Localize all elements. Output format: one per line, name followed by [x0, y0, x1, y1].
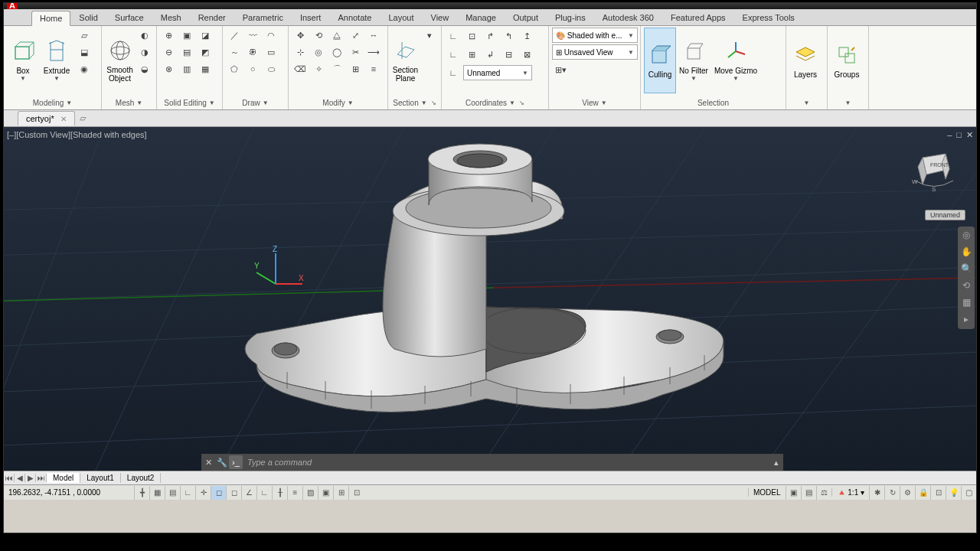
helix-button[interactable]: ֍ [244, 44, 261, 60]
visual-style-dropdown[interactable]: 🎨 Shaded with e...▼ [552, 28, 638, 43]
box-button[interactable]: Box ▼ [7, 28, 39, 93]
hardware-accel-button[interactable]: ⊡ [930, 486, 946, 500]
ucs-face-button[interactable]: ⊠ [518, 47, 535, 62]
scale-button[interactable]: ⤢ [347, 28, 364, 43]
section-plane-button[interactable]: Section Plane [391, 28, 420, 93]
polyline-button[interactable]: 〰 [244, 28, 261, 43]
snap-button[interactable]: ▦ [149, 486, 165, 500]
showmotion-button[interactable]: ▦ [960, 297, 972, 309]
panel-section-label[interactable]: Section▼↘ [391, 96, 438, 109]
close-viewport-button[interactable]: ✕ [966, 130, 973, 140]
panel-groups-label[interactable]: ▼ [831, 96, 865, 109]
tab-solid[interactable]: Solid [70, 10, 106, 25]
layout-prev-button[interactable]: ◀ [15, 474, 25, 482]
viewcube-unnamed-label[interactable]: Unnamed [925, 210, 965, 220]
tab-render[interactable]: Render [190, 10, 234, 25]
shell-button[interactable]: ▦ [197, 61, 214, 77]
tab-express-tools[interactable]: Express Tools [734, 10, 803, 25]
face-button[interactable]: ◪ [197, 28, 214, 43]
tab-surface[interactable]: Surface [106, 10, 152, 25]
lineweight-button[interactable]: ≡ [287, 486, 302, 500]
layout-last-button[interactable]: ⏭ [36, 474, 47, 482]
rotate-button[interactable]: ⟲ [310, 28, 327, 43]
panel-modify-label[interactable]: Modify▼ [292, 96, 384, 109]
groups-button[interactable]: Groups [831, 28, 863, 93]
file-tab-active[interactable]: certyoj*✕ [18, 111, 75, 126]
move-button[interactable]: ✥ [292, 28, 309, 43]
extrude-button[interactable]: Extrude ▼ [41, 28, 73, 93]
tab-parametric[interactable]: Parametric [234, 10, 292, 25]
maximize-viewport-button[interactable]: □ [956, 130, 962, 140]
ucs-x-button[interactable]: ↱ [482, 28, 498, 44]
ducs-button[interactable]: ∟ [256, 486, 272, 500]
no-filter-button[interactable]: No Filter ▼ [678, 28, 710, 93]
annotation-visibility-button[interactable]: ✱ [869, 486, 884, 500]
extend-button[interactable]: ⟶ [365, 44, 382, 60]
quickprops-button[interactable]: ▣ [318, 486, 333, 500]
ucs-z-button[interactable]: ↥ [518, 28, 535, 44]
fillet-button[interactable]: ⌒ [328, 61, 345, 77]
3d-rotate-button[interactable]: ◎ [310, 44, 327, 60]
tab-autodesk360[interactable]: Autodesk 360 [594, 10, 662, 25]
ucs-named-dropdown[interactable]: Unnamed▼ [463, 65, 532, 80]
ucs-named-button[interactable]: ∟ [445, 65, 462, 80]
align-button[interactable]: ≡ [365, 61, 382, 77]
cmd-close-button[interactable]: ✕ [201, 455, 215, 469]
layout-first-button[interactable]: ⏮ [4, 474, 15, 482]
close-icon[interactable]: ✕ [60, 115, 67, 123]
otrack-button[interactable]: ∠ [241, 486, 256, 500]
smooth-less-button[interactable]: ◑ [136, 44, 153, 60]
orbit-button[interactable]: ⟲ [960, 280, 972, 292]
refine-mesh-button[interactable]: ◒ [136, 61, 153, 77]
offset-button[interactable]: ◯ [328, 44, 345, 60]
clean-screen-button[interactable]: ▢ [961, 486, 976, 500]
command-input[interactable]: Type a command [243, 458, 769, 467]
line-button[interactable]: ／ [226, 28, 243, 43]
minimize-viewport-button[interactable]: – [947, 130, 952, 140]
ucs-origin-button[interactable]: ∟ [445, 47, 462, 62]
ortho-button[interactable]: ∟ [180, 486, 195, 500]
model-space-button[interactable]: MODEL [748, 488, 786, 497]
layout-tab-1[interactable]: Layout1 [80, 473, 121, 483]
mirror-button[interactable]: ⧋ [328, 28, 345, 43]
edge-button[interactable]: ◩ [197, 44, 214, 60]
view-config-button[interactable]: ⊞▾ [552, 62, 569, 77]
extract-edge-button[interactable]: ▤ [178, 44, 195, 60]
navbar-expand-button[interactable]: ▸ [960, 314, 972, 326]
ucs-icon-button[interactable]: ∟ [445, 28, 462, 44]
3d-move-button[interactable]: ⊹ [292, 44, 309, 60]
scale-readout[interactable]: 🔺 1:1 ▾ [831, 488, 869, 497]
transparency-button[interactable]: ▨ [302, 486, 318, 500]
3dosnap-button[interactable]: ◻ [226, 486, 241, 500]
panel-layers-label[interactable]: ▼ [789, 96, 824, 109]
grid-button[interactable]: ▤ [165, 486, 180, 500]
ucs-prev-button[interactable]: ⊞ [463, 47, 480, 62]
polysolid-button[interactable]: ▱ [76, 28, 93, 43]
annotation-scale-button[interactable]: ⚖ [816, 486, 831, 500]
explode-button[interactable]: ✧ [310, 61, 327, 77]
revolve-button[interactable]: ◉ [76, 61, 93, 77]
osnap-button[interactable]: ◻ [211, 486, 226, 500]
layout-next-button[interactable]: ▶ [25, 474, 36, 482]
dyn-button[interactable]: ╂ [272, 486, 287, 500]
array-button[interactable]: ⊞ [347, 61, 364, 77]
new-file-tab-button[interactable]: ▱ [75, 111, 90, 126]
circle-button[interactable]: ○ [244, 61, 261, 77]
tab-mesh[interactable]: Mesh [152, 10, 190, 25]
auto-scale-button[interactable]: ↻ [884, 486, 900, 500]
tab-annotate[interactable]: Annotate [329, 10, 380, 25]
tab-output[interactable]: Output [505, 10, 547, 25]
culling-button[interactable]: Culling [644, 28, 676, 93]
layout-tab-model[interactable]: Model [47, 473, 80, 483]
ucs-world-button[interactable]: ⊡ [463, 28, 480, 44]
ucs-view-button[interactable]: ⊟ [500, 47, 517, 62]
intersect-button[interactable]: ⊗ [160, 61, 177, 77]
panel-solid-editing-label[interactable]: Solid Editing▼ [160, 96, 219, 109]
trim-button[interactable]: ✂ [347, 44, 364, 60]
ucs-3p-button[interactable]: ↲ [482, 47, 498, 62]
extrude-face-button[interactable]: ▣ [178, 28, 195, 43]
stretch-button[interactable]: ↔ [365, 28, 382, 43]
selection-cycling-button[interactable]: ⊞ [333, 486, 348, 500]
panel-coordinates-label[interactable]: Coordinates▼↘ [445, 96, 545, 109]
tab-view[interactable]: View [423, 10, 458, 25]
